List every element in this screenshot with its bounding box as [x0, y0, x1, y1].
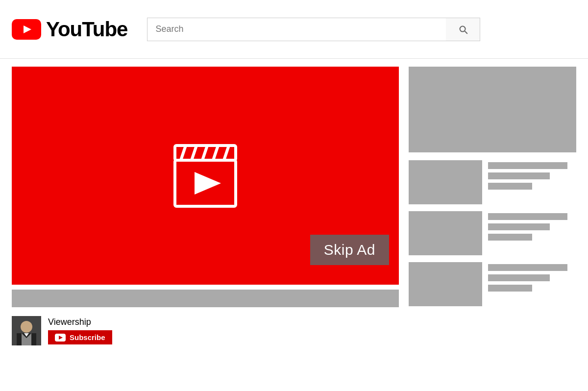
left-column: Skip Ad Viewership: [12, 67, 399, 349]
suggested-info: [488, 262, 576, 292]
youtube-logo-text: YouTube: [46, 18, 127, 41]
logo-area: YouTube: [12, 18, 127, 41]
channel-row: Viewership Subscribe: [12, 312, 399, 349]
svg-line-3: [181, 146, 186, 160]
channel-avatar: [12, 316, 41, 345]
suggested-title-line1: [488, 264, 567, 271]
header: YouTube: [0, 0, 588, 59]
suggested-info: [488, 211, 576, 241]
search-icon: [458, 24, 468, 35]
suggested-title-line1: [488, 162, 567, 169]
subscribe-yt-icon: [55, 334, 66, 342]
suggested-meta-line: [488, 285, 532, 292]
svg-line-7: [224, 146, 229, 160]
suggested-item[interactable]: [409, 262, 576, 306]
video-progress-bar[interactable]: [12, 290, 399, 307]
skip-ad-button[interactable]: Skip Ad: [310, 235, 389, 265]
suggested-title-line2: [488, 172, 550, 179]
main-content: Skip Ad Viewership: [0, 59, 588, 357]
svg-point-14: [21, 321, 32, 333]
suggested-item[interactable]: [409, 211, 576, 255]
svg-line-5: [202, 146, 207, 160]
avatar-silhouette: [12, 316, 41, 345]
suggested-item[interactable]: [409, 160, 576, 204]
svg-marker-9: [195, 172, 221, 195]
youtube-logo-icon: [12, 19, 41, 40]
right-column: [409, 67, 576, 349]
suggested-title-line2: [488, 223, 550, 230]
channel-info: Viewership Subscribe: [48, 317, 112, 344]
suggested-thumbnail: [409, 262, 482, 306]
suggested-info: [488, 160, 576, 190]
video-player[interactable]: Skip Ad: [12, 67, 399, 285]
film-clapper-icon: [166, 137, 245, 215]
suggested-meta-line: [488, 183, 532, 190]
svg-line-4: [192, 146, 196, 160]
search-input[interactable]: [147, 18, 446, 41]
suggested-thumbnail: [409, 160, 482, 204]
channel-name: Viewership: [48, 317, 112, 327]
suggested-thumbnail: [409, 211, 482, 255]
suggested-title-line1: [488, 213, 567, 220]
suggested-title-line2: [488, 274, 550, 281]
svg-line-6: [213, 146, 218, 160]
suggested-list: [409, 160, 576, 306]
subscribe-label: Subscribe: [70, 333, 105, 342]
search-area: [147, 18, 480, 41]
subscribe-button[interactable]: Subscribe: [48, 330, 112, 344]
suggested-meta-line: [488, 234, 532, 241]
search-button[interactable]: [446, 18, 480, 41]
top-ad-banner: [409, 67, 576, 152]
